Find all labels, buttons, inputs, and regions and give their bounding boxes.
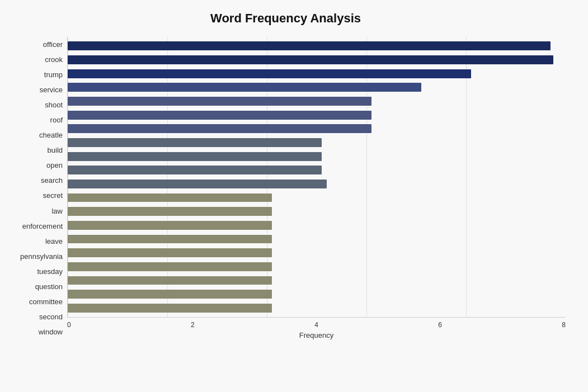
y-label: enforcement xyxy=(6,223,63,230)
bar xyxy=(68,290,272,299)
bar xyxy=(68,41,551,50)
bar xyxy=(68,180,327,188)
bar-row xyxy=(68,67,566,81)
bar-row xyxy=(68,177,566,191)
bar xyxy=(68,83,421,92)
bar-row xyxy=(68,39,566,53)
bar-row xyxy=(68,246,566,260)
bar xyxy=(68,193,272,202)
x-axis-label: Frequency xyxy=(67,331,566,339)
bar-row xyxy=(68,260,566,274)
bar-row xyxy=(68,53,566,67)
bar-row xyxy=(68,108,566,122)
y-label: pennsylvania xyxy=(6,253,63,260)
x-tick: 4 xyxy=(314,321,318,329)
bar xyxy=(68,262,272,271)
bar-row xyxy=(68,163,566,177)
bar-row xyxy=(68,122,566,136)
bar xyxy=(68,207,272,216)
bar xyxy=(68,276,272,285)
bars-area xyxy=(67,37,566,318)
x-axis: 02468 xyxy=(67,318,566,329)
chart-area: officercrooktrumpserviceshootroofcheatle… xyxy=(6,37,566,339)
bar xyxy=(68,124,371,133)
x-tick: 2 xyxy=(191,321,195,329)
bar xyxy=(68,221,272,230)
bars-wrapper xyxy=(68,37,566,317)
y-label: crook xyxy=(6,56,63,63)
bar xyxy=(68,69,471,78)
bar-row xyxy=(68,232,566,246)
bar-row xyxy=(68,273,566,287)
chart-container: Word Frequency Analysis officercrooktrum… xyxy=(0,0,588,392)
bar-row xyxy=(68,301,566,315)
y-label: service xyxy=(6,86,63,93)
bar xyxy=(68,111,371,120)
y-label: law xyxy=(6,207,63,215)
chart-title: Word Frequency Analysis xyxy=(6,11,566,26)
bar-row xyxy=(68,136,566,150)
y-label: second xyxy=(6,313,63,320)
x-tick: 8 xyxy=(562,321,566,329)
bar xyxy=(68,235,272,244)
bar xyxy=(68,152,322,161)
y-label: shoot xyxy=(6,101,63,108)
y-label: search xyxy=(6,177,63,184)
x-tick: 0 xyxy=(67,321,71,329)
bar xyxy=(68,138,322,147)
bar-row xyxy=(68,219,566,233)
bar-row xyxy=(68,287,566,301)
y-label: cheatle xyxy=(6,131,63,139)
y-label: question xyxy=(6,283,63,290)
y-label: build xyxy=(6,147,63,154)
bar-row xyxy=(68,95,566,108)
y-label: trump xyxy=(6,71,63,78)
y-label: leave xyxy=(6,238,63,245)
y-label: committee xyxy=(6,298,63,305)
y-label: secret xyxy=(6,192,63,199)
bar xyxy=(68,304,272,313)
x-tick: 6 xyxy=(438,321,442,329)
y-axis-labels: officercrooktrumpserviceshootroofcheatle… xyxy=(6,37,67,339)
y-label: window xyxy=(6,328,63,336)
bars-and-x: 02468 Frequency xyxy=(67,37,566,339)
y-label: roof xyxy=(6,116,63,124)
y-label: officer xyxy=(6,41,63,48)
bar-row xyxy=(68,81,566,95)
bar xyxy=(68,55,553,64)
bar-row xyxy=(68,191,566,205)
bar-row xyxy=(68,149,566,163)
y-label: open xyxy=(6,162,63,169)
bar xyxy=(68,166,322,174)
bar-row xyxy=(68,205,566,219)
bar xyxy=(68,97,371,106)
bar xyxy=(68,248,272,257)
y-label: tuesday xyxy=(6,268,63,275)
